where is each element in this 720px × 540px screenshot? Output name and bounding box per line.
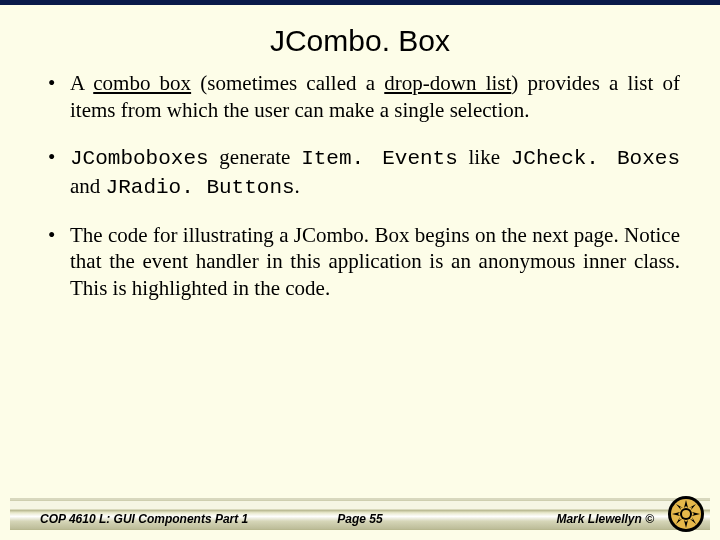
slide-title: JCombo. Box [0,10,720,70]
underline-dropdown: drop-down list [384,71,511,95]
slide-inner: JCombo. Box A combo box (sometimes calle… [0,10,720,540]
bullet-list: A combo box (sometimes called a drop-dow… [44,70,680,302]
text: and [70,174,106,198]
code-itemevents: Item. Events [301,147,458,170]
footer-author: Mark Llewellyn © [556,512,654,526]
code-jcomboboxes: JComboboxes [70,147,209,170]
text: . [295,174,300,198]
bullet-3: The code for illustrating a JCombo. Box … [44,222,680,303]
code-jcheckboxes: JCheck. Boxes [511,147,680,170]
code-jradiobuttons: JRadio. Buttons [106,176,295,199]
text: generate [209,145,302,169]
bullet-1: A combo box (sometimes called a drop-dow… [44,70,680,124]
ucf-logo-icon [666,494,706,534]
slide: JCombo. Box A combo box (sometimes calle… [0,0,720,540]
underline-combo-box: combo box [93,71,191,95]
text: like [458,145,511,169]
text: A [70,71,93,95]
footer: COP 4610 L: GUI Components Part 1 Page 5… [0,490,720,540]
text: (sometimes called a [191,71,384,95]
bullet-2: JComboboxes generate Item. Events like J… [44,144,680,202]
svg-point-11 [682,510,690,518]
slide-content: A combo box (sometimes called a drop-dow… [0,70,720,302]
